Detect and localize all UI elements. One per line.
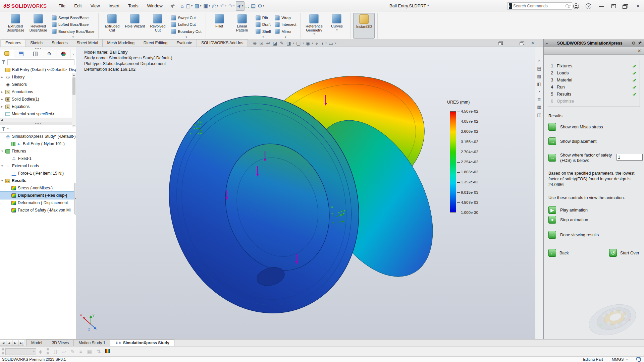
show-von-mises-row[interactable]: → Show von Mises stress <box>548 123 644 131</box>
home-icon[interactable]: ⌂ <box>180 1 185 11</box>
tree-item-material-not-specified-[interactable]: Material <not specified> <box>0 110 76 118</box>
taskpane-file-explorer-icon[interactable]: ▧ <box>537 74 541 79</box>
taskpane-gear-icon[interactable]: ⚙ <box>632 41 636 46</box>
done-viewing-button[interactable]: → <box>548 231 556 239</box>
new-document-icon[interactable]: ▢▾ <box>185 1 194 11</box>
tree-item-history[interactable]: ▸◷History <box>0 73 76 81</box>
filter-funnel-icon[interactable] <box>1 60 6 64</box>
configurationmanager-tab-icon[interactable] <box>28 50 42 58</box>
doctab-3d-views[interactable]: 3D Views <box>47 340 74 346</box>
toolbar-grip[interactable] <box>2 348 4 355</box>
scroll-down-icon[interactable]: ▼ <box>72 123 76 127</box>
taskpane-appearances-icon[interactable]: ◔ <box>538 89 541 94</box>
sim-item-fixtures[interactable]: ▾Fixtures <box>0 147 76 155</box>
view-settings-icon-caret[interactable]: ▾ <box>335 42 336 45</box>
tree-horizontal-scrollbar[interactable]: ◀▶ <box>0 118 76 122</box>
sim-item-stress-vonmises-[interactable]: Stress (-vonMises-) <box>0 184 76 192</box>
view-settings-icon[interactable]: ▭ <box>328 41 334 46</box>
view-orientation-icon[interactable]: ◨ <box>286 41 291 46</box>
ribbon-button-hole-wizard[interactable]: Hole Wizard <box>124 13 146 39</box>
flyout-caret-icon[interactable]: ▾ <box>273 36 298 39</box>
zoom-to-area-icon[interactable]: ⊡ <box>259 41 264 46</box>
ribbon-button-extruded-cut[interactable]: Extruded Cut <box>101 13 123 39</box>
taskpane-forum-icon[interactable]: ▦ <box>537 105 541 110</box>
close-icon[interactable]: × <box>635 3 641 9</box>
taskpane-pin-icon[interactable] <box>638 41 642 45</box>
taskpane-custom-properties-icon[interactable]: ≣ <box>537 97 541 102</box>
displaymanager-tab-icon[interactable] <box>56 50 70 58</box>
show-displacement-row[interactable]: → Show displacement <box>548 137 644 145</box>
search-caret-icon[interactable]: ▾ <box>569 5 571 7</box>
show-fos-row[interactable]: → Show where factor of safety (FOS) is b… <box>548 153 644 163</box>
ribbon-button-revolved-cut[interactable]: Revolved Cut <box>147 13 168 39</box>
taskpane-monitor-icon[interactable]: ◫ <box>537 112 541 117</box>
stack-icon[interactable]: ◈ <box>36 349 45 355</box>
ribbon-button-revolved-boss-base[interactable]: Revolved Boss/Base <box>28 13 49 39</box>
scroll-up-icon[interactable]: ▲ <box>72 73 76 77</box>
restore-icon[interactable] <box>624 4 628 8</box>
scroll-thumb[interactable] <box>72 77 75 95</box>
tree-item-equations[interactable]: ▸ΣEquations <box>0 103 76 110</box>
ribbon-button-linear-pattern[interactable]: Linear Pattern <box>231 13 253 39</box>
tree-splitter[interactable] <box>0 122 76 125</box>
ribbon-button-curves[interactable]: Curves▾ <box>326 13 347 39</box>
ribbon-item-lofted-boss-base[interactable]: Lofted Boss/Base <box>50 21 96 28</box>
dynamic-annotation-icon[interactable]: ✎ <box>279 41 284 46</box>
display-style-icon-caret[interactable]: ▾ <box>303 42 304 45</box>
tree-filter-input[interactable] <box>7 59 74 65</box>
play-animation-row[interactable]: ▶ Play animation <box>548 206 644 214</box>
done-viewing-row[interactable]: → Done viewing results <box>548 231 644 239</box>
tree-item-solid-bodies-1-[interactable]: ▸▣Solid Bodies(1) <box>0 96 76 103</box>
list-icon[interactable]: ≡ <box>77 349 85 354</box>
tree-root-item[interactable]: Ball Entry (Default) <<Default>_Disp <box>0 66 76 73</box>
child-close-icon[interactable]: × <box>529 40 536 46</box>
fos-threshold-input[interactable] <box>616 154 643 161</box>
tag-icon[interactable] <box>636 357 641 362</box>
play-animation-button[interactable]: ▶ <box>548 206 556 214</box>
tab-sketch[interactable]: Sketch <box>25 39 47 47</box>
taskpane-design-library-icon[interactable]: ▤ <box>537 66 541 71</box>
sim-filter-input[interactable] <box>11 126 74 132</box>
ribbon-item-wrap[interactable]: Wrap <box>273 14 298 21</box>
search-input[interactable] <box>513 4 565 8</box>
flyout-caret-icon[interactable]: ▾ <box>254 36 272 39</box>
propertymanager-tab-icon[interactable] <box>14 50 28 58</box>
step-material[interactable]: 3Material✔ <box>551 76 637 83</box>
select-cursor-icon[interactable]: ➤▾ <box>236 1 245 11</box>
update-icon[interactable]: ⇅ <box>94 349 103 354</box>
step-fixtures[interactable]: 1Fixtures✔ <box>551 62 637 69</box>
flyout-caret-icon[interactable]: ▾ <box>170 36 203 39</box>
help-icon[interactable]: ? <box>586 3 591 9</box>
ribbon-item-swept-boss-base[interactable]: Swept Boss/Base <box>50 14 96 21</box>
next-tab-icon[interactable]: ▶ <box>12 340 18 346</box>
units-caret-icon[interactable]: ▴ <box>626 358 628 361</box>
tab-surfaces[interactable]: Surfaces <box>47 39 72 47</box>
menu-tools[interactable]: Tools <box>124 0 143 12</box>
zoom-to-fit-icon[interactable]: ⊕ <box>252 41 258 46</box>
featuremanager-tab-icon[interactable] <box>0 50 14 58</box>
show-displacement-button[interactable]: → <box>548 137 556 145</box>
sim-filter-funnel-icon[interactable] <box>1 126 6 131</box>
menu-window[interactable]: Window <box>143 0 167 12</box>
grid-icon[interactable]: ▦ <box>85 349 94 354</box>
print-icon[interactable]: ⎙▾ <box>211 1 219 11</box>
view-orientation-icon-caret[interactable]: ▾ <box>293 42 294 45</box>
stop-animation-button[interactable]: ■ <box>548 216 556 224</box>
sim-tree-root[interactable]: ◎SimulationXpress Study* (-Default-) <box>0 133 76 140</box>
doctab-motion-study-1[interactable]: Motion Study 1 <box>73 340 110 346</box>
tree-item-annotations[interactable]: ▸AAnnotations <box>0 88 76 96</box>
sim-item-force-1-per-item-15-n-[interactable]: ↓Force-1 (:Per item: 15 N:) <box>0 170 76 177</box>
split-window-icon[interactable] <box>611 4 616 8</box>
section-view-icon[interactable]: ◪ <box>272 41 278 46</box>
display-style-icon[interactable]: ▢ <box>296 41 301 46</box>
tree-item-sensors[interactable]: ◉Sensors <box>0 81 76 88</box>
open-icon[interactable]: ▨▾ <box>194 1 202 11</box>
ribbon-button-fillet[interactable]: Fillet <box>209 13 230 39</box>
ribbon-button-instant3d[interactable]: Instant3D <box>353 13 375 39</box>
ribbon-item-boundary-boss-base[interactable]: Boundary Boss/Base <box>50 28 96 35</box>
color-chart-icon[interactable] <box>103 349 112 354</box>
rebuild-icon[interactable]: ⸬ <box>245 1 250 11</box>
taskpane-close-icon[interactable]: ✕ <box>637 48 641 54</box>
ribbon-button-reference-geometry[interactable]: Reference Geometry▾ <box>303 13 325 39</box>
copy-plot-icon[interactable]: ▱ <box>60 349 68 354</box>
